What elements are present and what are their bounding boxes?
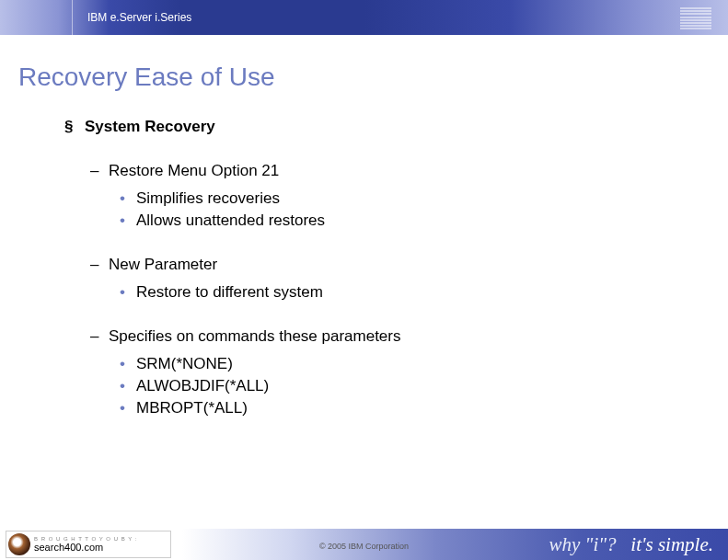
badge-main-text: search400.com bbox=[34, 542, 137, 553]
bullet-item: SRM(*NONE) bbox=[64, 355, 728, 373]
ibm-logo bbox=[680, 7, 711, 29]
badge-top-text: B R O U G H T T O Y O U B Y : bbox=[34, 536, 137, 543]
copyright: © 2005 IBM Corporation bbox=[319, 542, 409, 551]
group-label: New Parameter bbox=[64, 256, 728, 274]
bullet-item: ALWOBJDIF(*ALL) bbox=[64, 377, 728, 395]
section-heading: System Recovery bbox=[64, 118, 728, 136]
footer: B R O U G H T T O Y O U B Y : search400.… bbox=[0, 529, 728, 560]
header-divider bbox=[72, 0, 73, 35]
slide-title: Recovery Ease of Use bbox=[18, 63, 728, 92]
group: Specifies on commands these parameters S… bbox=[64, 327, 728, 417]
bullet-item: Simplifies recoveries bbox=[64, 189, 728, 208]
group-label: Specifies on commands these parameters bbox=[64, 327, 728, 346]
group: Restore Menu Option 21 Simplifies recove… bbox=[64, 162, 728, 230]
group-label: Restore Menu Option 21 bbox=[64, 162, 728, 180]
bullet-item: Allows unattended restores bbox=[64, 211, 728, 230]
header-band: IBM e.Server i.Series bbox=[0, 0, 728, 35]
footer-tagline: why "i"? it's simple. bbox=[549, 533, 713, 556]
tagline-simple: it's simple. bbox=[630, 533, 713, 555]
bullet-item: Restore to different system bbox=[64, 283, 728, 302]
tagline-why: why "i"? bbox=[549, 533, 617, 555]
header-product-text: IBM e.Server i.Series bbox=[87, 11, 191, 24]
sponsor-badge: B R O U G H T T O Y O U B Y : search400.… bbox=[6, 531, 171, 558]
eye-icon bbox=[8, 533, 30, 555]
content-area: System Recovery Restore Menu Option 21 S… bbox=[64, 118, 728, 417]
group: New Parameter Restore to different syste… bbox=[64, 256, 728, 302]
bullet-item: MBROPT(*ALL) bbox=[64, 399, 728, 417]
